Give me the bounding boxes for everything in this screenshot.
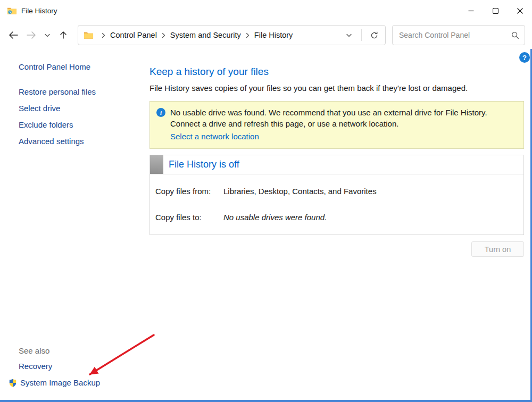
- see-also-heading: See also: [19, 346, 100, 355]
- close-button[interactable]: [508, 0, 532, 21]
- system-image-backup-label[interactable]: System Image Backup: [20, 378, 100, 388]
- info-icon: i: [156, 108, 165, 117]
- breadcrumb: Control Panel System and Security File H…: [78, 25, 386, 45]
- copy-to-row: Copy files to: No usable drives were fou…: [155, 212, 518, 223]
- breadcrumb-item-control-panel[interactable]: Control Panel: [109, 31, 158, 39]
- window-title: File History: [21, 7, 57, 15]
- search-input[interactable]: [399, 31, 511, 39]
- sidebar: Control Panel Home Restore personal file…: [0, 49, 149, 402]
- maximize-icon: [493, 8, 498, 14]
- file-history-status-box: File History is off Copy files from: Lib…: [149, 155, 524, 235]
- copy-to-label: Copy files to:: [155, 212, 223, 223]
- page-title: Keep a history of your files: [149, 66, 524, 78]
- chevron-down-icon: [346, 34, 352, 37]
- page-body: Control Panel Home Restore personal file…: [0, 49, 532, 402]
- select-network-location-link[interactable]: Select a network location: [170, 131, 259, 142]
- close-icon: [517, 8, 523, 14]
- help-icon[interactable]: ?: [519, 52, 530, 63]
- back-arrow-icon: [9, 31, 18, 39]
- uac-shield-icon: [9, 379, 17, 387]
- minimize-button[interactable]: [459, 0, 483, 21]
- window-bottom-edge: [0, 400, 532, 402]
- copy-from-row: Copy files from: Libraries, Desktop, Con…: [155, 186, 518, 197]
- navigation-bar: Control Panel System and Security File H…: [0, 21, 532, 49]
- status-body: Copy files from: Libraries, Desktop, Con…: [150, 174, 523, 234]
- breadcrumb-item-file-history[interactable]: File History: [253, 31, 294, 39]
- sidebar-item-advanced-settings[interactable]: Advanced settings: [19, 136, 84, 147]
- up-button[interactable]: [54, 26, 72, 44]
- refresh-icon: [370, 31, 378, 39]
- see-also-section: See also Recovery System Image Backup: [19, 346, 100, 388]
- sidebar-item-restore-personal-files[interactable]: Restore personal files: [19, 87, 96, 97]
- chevron-right-icon: [242, 32, 253, 38]
- main-content: Keep a history of your files File Histor…: [149, 49, 532, 402]
- chevron-right-icon: [158, 32, 169, 38]
- status-header: File History is off: [150, 155, 523, 174]
- page-description: File History saves copies of your files …: [149, 83, 524, 93]
- address-dropdown-button[interactable]: [341, 27, 357, 43]
- maximize-button[interactable]: [483, 0, 508, 21]
- breadcrumb-item-system-and-security[interactable]: System and Security: [169, 31, 242, 39]
- warning-line-2: Connect a drive and refresh this page, o…: [170, 118, 487, 129]
- no-drive-warning-banner: i No usable drive was found. We recommen…: [149, 101, 524, 149]
- up-arrow-icon: [60, 31, 67, 39]
- sidebar-item-system-image-backup[interactable]: System Image Backup: [9, 378, 100, 388]
- window-controls: [459, 0, 532, 21]
- sidebar-item-select-drive[interactable]: Select drive: [19, 103, 60, 114]
- file-history-window: File History: [0, 0, 532, 402]
- file-history-app-icon: [7, 6, 17, 15]
- chevron-down-icon: [45, 34, 50, 37]
- warning-line-1: No usable drive was found. We recommend …: [170, 107, 487, 118]
- breadcrumb-folder-icon: [84, 31, 94, 39]
- status-title: File History is off: [169, 159, 239, 170]
- recent-locations-button[interactable]: [40, 26, 54, 44]
- back-button[interactable]: [4, 26, 22, 44]
- chevron-right-icon: [98, 32, 109, 38]
- sidebar-item-recovery[interactable]: Recovery: [19, 361, 52, 372]
- search-box: [392, 25, 525, 45]
- button-row: Turn on: [149, 241, 524, 257]
- sidebar-item-control-panel-home[interactable]: Control Panel Home: [19, 62, 90, 72]
- status-thumbnail: [150, 155, 163, 174]
- warning-text: No usable drive was found. We recommend …: [170, 107, 487, 142]
- breadcrumb-divider: [361, 29, 362, 41]
- minimize-icon: [468, 8, 474, 14]
- forward-arrow-icon: [27, 31, 36, 39]
- sidebar-item-exclude-folders[interactable]: Exclude folders: [19, 120, 73, 130]
- turn-on-button[interactable]: Turn on: [471, 241, 524, 257]
- copy-from-label: Copy files from:: [155, 186, 223, 197]
- titlebar: File History: [0, 0, 532, 21]
- copy-to-value: No usable drives were found.: [223, 212, 327, 223]
- refresh-button[interactable]: [366, 27, 382, 43]
- forward-button[interactable]: [22, 26, 40, 44]
- copy-from-value: Libraries, Desktop, Contacts, and Favori…: [223, 186, 377, 197]
- search-icon[interactable]: [511, 31, 519, 39]
